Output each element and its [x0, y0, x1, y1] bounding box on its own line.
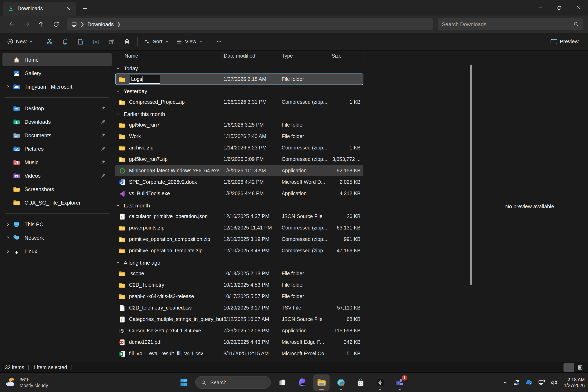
sidebar-item-screenshots[interactable]: Screenshots — [2, 182, 112, 196]
sidebar-item-music[interactable]: Music — [2, 156, 112, 169]
column-header-name[interactable]: Name — [124, 53, 138, 59]
file-row-powerpoints-zip[interactable]: powerpoints.zip12/16/2025 11:41 PMCompre… — [115, 222, 364, 234]
copy-button[interactable] — [57, 35, 73, 48]
expand-chevron-icon[interactable] — [2, 249, 13, 253]
tray-overflow-icon[interactable] — [502, 380, 508, 385]
file-row-logs[interactable]: Logs1/27/2026 2:18 AMFile folder — [115, 74, 364, 85]
file-row-psapi-ci-x64-vitis-fs2-release[interactable]: psapi-ci-x64-vitis-fs2-release10/17/2025… — [115, 291, 364, 302]
file-row-demo1021-pdf[interactable]: PDFdemo1021.pdf10/20/2025 4:43 PMMicroso… — [115, 336, 364, 348]
teams-taskbar-icon[interactable]: T1 — [392, 374, 408, 390]
maximize-button[interactable] — [550, 0, 569, 16]
collapse-chevron-icon[interactable] — [116, 203, 120, 208]
group-header-yesterday[interactable]: Yesterday — [114, 86, 473, 96]
file-row-categories-mutiple-strings-in-query-but-[interactable]: {}Categories_mutiple_strings_in_query_bu… — [115, 314, 364, 325]
collapse-chevron-icon[interactable] — [116, 112, 120, 116]
taskbar-search[interactable]: Search — [195, 376, 271, 389]
file-row-miniconda3-latest-windows-x86-64-exe[interactable]: Miniconda3-latest-Windows-x86_64.exe1/9/… — [115, 165, 364, 176]
sidebar-item-desktop[interactable]: Desktop — [2, 102, 112, 115]
rename-input[interactable]: Logs — [129, 75, 160, 84]
expand-chevron-icon[interactable] — [2, 84, 13, 89]
sidebar-item-network[interactable]: Network — [2, 231, 112, 244]
preview-toggle-button[interactable]: Preview — [547, 35, 582, 48]
sidebar-item-documents[interactable]: Documents — [2, 128, 112, 142]
sidebar-item-this-pc[interactable]: This PC — [2, 218, 112, 231]
new-tab-button[interactable] — [80, 3, 90, 14]
sidebar-item-pictures[interactable]: Pictures — [2, 142, 112, 155]
group-header-a-long-time-ago[interactable]: A long time ago — [114, 257, 473, 268]
game-app-taskbar-icon[interactable] — [372, 374, 388, 390]
group-header-earlier-this-month[interactable]: Earlier this month — [114, 108, 473, 119]
sidebar-item-gallery[interactable]: Gallery — [2, 66, 112, 80]
rename-button[interactable]: A — [88, 35, 104, 48]
sidebar-item-videos[interactable]: Videos — [2, 169, 112, 182]
m365-copilot-taskbar-icon[interactable]: M365 — [294, 374, 310, 390]
column-separator[interactable] — [363, 52, 364, 60]
share-button[interactable] — [104, 35, 119, 48]
file-row-gpt5low-run7[interactable]: gpt5low_run71/6/2026 3:25 PMFile folder — [115, 119, 364, 131]
column-separator[interactable] — [281, 52, 281, 60]
collapse-chevron-icon[interactable] — [116, 89, 120, 93]
large-icons-view-button[interactable] — [575, 363, 586, 372]
column-separator[interactable] — [330, 52, 330, 60]
refresh-button[interactable] — [49, 18, 63, 30]
file-row-fili-v4-1-eval-result-fili-v4-1-csv[interactable]: Xfili_v4.1_eval_result_fili_v4.1.csv8/11… — [115, 348, 364, 359]
tab-close-icon[interactable] — [64, 4, 73, 13]
more-options-button[interactable] — [212, 35, 227, 48]
edge-taskbar-icon[interactable] — [333, 374, 349, 390]
back-button[interactable] — [5, 18, 19, 30]
file-row-spd-corporate-2026v2-docx[interactable]: WSPD_Corporate_2026v2.docx1/6/2026 4:42 … — [115, 176, 364, 188]
scrollbar-thumb[interactable] — [470, 64, 472, 285]
file-row-primitive-operation-template-zip[interactable]: primitive_operation_template.zip12/10/20… — [115, 245, 364, 256]
address-bar[interactable]: ❯ Downloads ❯ — [67, 18, 433, 30]
sort-button[interactable]: Sort — [140, 35, 172, 48]
group-header-last-month[interactable]: Last month — [114, 200, 473, 211]
details-view-button[interactable] — [564, 363, 574, 372]
column-header-size[interactable]: Size — [332, 53, 342, 59]
cut-button[interactable] — [42, 35, 57, 48]
sidebar-item-linux[interactable]: Linux — [2, 244, 112, 258]
taskbar-weather-widget[interactable]: 36°F Mostly cloudy — [0, 377, 48, 388]
onedrive-tray-icon[interactable]: i — [525, 379, 533, 386]
file-row-c2d-telemetry[interactable]: C2D_Telemetry10/13/2025 4:53 PMFile fold… — [115, 279, 364, 291]
file-row-cursorusersetup-x64-1-3-4-exe[interactable]: CursorUserSetup-x64-1.3.4.exe7/29/2025 1… — [115, 325, 364, 336]
column-header-date[interactable]: Date modified — [224, 53, 255, 59]
collapse-chevron-icon[interactable] — [116, 66, 120, 70]
close-button[interactable] — [569, 0, 588, 16]
forward-button[interactable] — [20, 18, 34, 30]
taskbar-clock[interactable]: 2:18 AM 1/27/2026 — [564, 377, 585, 388]
minimize-button[interactable] — [530, 0, 550, 16]
file-row-calculator-primitive-operation-json[interactable]: {}calculator_primitive_operation.json12/… — [115, 211, 364, 222]
search-box[interactable]: Search Downloads — [438, 18, 583, 30]
sidebar-item-home[interactable]: Home — [2, 53, 112, 66]
volume-tray-icon[interactable] — [550, 379, 557, 386]
up-button[interactable] — [34, 18, 48, 30]
view-button[interactable]: View — [172, 35, 206, 48]
file-row--scope[interactable]: .scope10/13/2025 2:13 PMFile folder — [115, 268, 364, 279]
store-taskbar-icon[interactable] — [352, 374, 369, 390]
file-explorer-taskbar-icon[interactable] — [313, 374, 330, 390]
network-tray-icon[interactable] — [538, 379, 545, 386]
collapse-chevron-icon[interactable] — [116, 260, 120, 264]
explorer-tab-downloads[interactable]: Downloads — [3, 2, 76, 16]
file-row-primitive-operation-composition-zip[interactable]: primitive_operation_composition.zip12/10… — [115, 234, 364, 245]
file-row-work[interactable]: Work1/15/2026 2:40 AMFile folder — [115, 131, 364, 142]
vertical-scrollbar[interactable] — [470, 63, 472, 360]
sync-tray-icon[interactable] — [513, 379, 520, 386]
task-view-button[interactable] — [274, 374, 290, 390]
expand-chevron-icon[interactable] — [2, 222, 13, 226]
file-row-git-2-50-1-64-bit-exe[interactable]: Git-2.50.1-64-bit.exe8/12/2025 11:48 AMA… — [115, 359, 364, 362]
sidebar-item-downloads[interactable]: Downloads — [2, 115, 112, 128]
new-button[interactable]: New — [3, 35, 36, 48]
file-row-vs-buildtools-exe[interactable]: vs_BuildTools.exe1/8/2026 4:48 PMApplica… — [115, 188, 364, 199]
delete-button[interactable] — [119, 35, 135, 48]
sidebar-item-tingyuan-microsoft[interactable]: Tingyuan - Microsoft — [2, 80, 112, 93]
paste-button[interactable] — [73, 35, 88, 48]
sidebar-item-cua-sg-file-explorer[interactable]: CUA_SG_File_Explorer — [2, 196, 112, 209]
group-header-today[interactable]: Today — [114, 63, 473, 74]
column-separator[interactable] — [222, 52, 223, 60]
file-row-gpt5low-run7-zip[interactable]: gpt5low_run7.zip1/6/2026 3:09 PMCompress… — [115, 154, 364, 165]
file-row-c2d-telemetry-cleaned-tsv[interactable]: C2D_telemetry_cleaned.tsv10/20/2025 3:17… — [115, 302, 364, 314]
column-header-type[interactable]: Type — [282, 53, 293, 59]
expand-chevron-icon[interactable] — [2, 236, 13, 240]
file-row-compressed-project-zip[interactable]: Compressed_Project.zip1/26/2026 3:31 PMC… — [115, 96, 364, 108]
